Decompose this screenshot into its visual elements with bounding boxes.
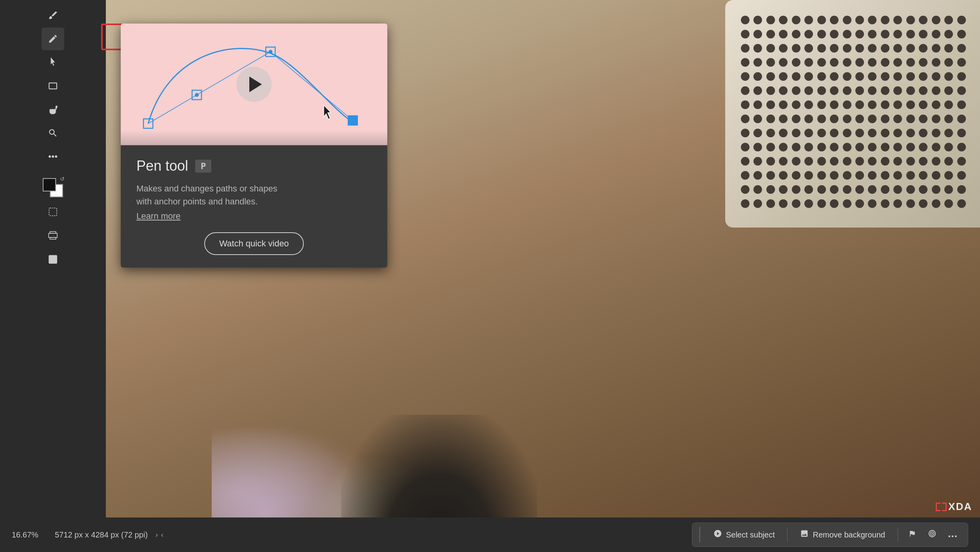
rectangle-tool[interactable] (42, 75, 64, 97)
layer-adjustment-tool[interactable] (42, 224, 64, 247)
ai-toolbar: Select subject Remove background (692, 523, 968, 547)
tooltip-title-row: Pen tool P (136, 158, 372, 174)
ai-btn-separator-2 (898, 528, 898, 542)
svg-point-1 (49, 155, 51, 158)
cursor-icon (322, 105, 334, 121)
svg-point-21 (952, 536, 954, 537)
canvas-dimensions: 5712 px x 4284 px (72 ppi) (55, 530, 148, 539)
svg-point-2 (52, 155, 54, 158)
select-subject-label: Select subject (726, 530, 775, 539)
remove-background-icon (800, 529, 809, 540)
speaker-device (686, 0, 980, 243)
zoom-tool[interactable] (42, 122, 64, 144)
ai-toolbar-divider (699, 527, 700, 543)
speaker-body (725, 0, 980, 228)
play-icon (249, 77, 262, 92)
remove-background-label: Remove background (813, 530, 885, 539)
foreground-color-swatch[interactable] (43, 178, 56, 191)
hand-tool[interactable] (42, 98, 64, 121)
navigation-arrows[interactable]: › ‹ (156, 531, 163, 539)
watch-video-button[interactable]: Watch quick video (204, 232, 304, 255)
pen-tool-tooltip: Pen tool P Makes and changes paths or sh… (121, 24, 387, 268)
select-subject-button[interactable]: Select subject (707, 526, 781, 543)
video-overlay (121, 130, 387, 146)
svg-rect-6 (50, 231, 56, 233)
learn-more-link[interactable]: Learn more (136, 211, 181, 221)
marquee-tool[interactable] (42, 200, 64, 223)
xda-text: XDA (948, 501, 972, 513)
toolbar: ↺ (0, 0, 106, 552)
tooltip-tool-name: Pen tool (136, 158, 188, 174)
svg-point-3 (55, 155, 57, 158)
more-tools[interactable] (42, 145, 64, 168)
bottom-status-bar: 16.67% 5712 px x 4284 px (72 ppi) › ‹ Se… (0, 517, 980, 552)
svg-rect-0 (49, 83, 57, 89)
target-button[interactable] (924, 526, 940, 543)
play-button[interactable] (236, 67, 272, 102)
xda-watermark: XDA (936, 501, 972, 513)
svg-point-19 (932, 533, 933, 534)
svg-rect-5 (49, 233, 57, 238)
svg-point-22 (955, 536, 957, 537)
svg-line-12 (148, 95, 197, 124)
tooltip-info-panel: Pen tool P Makes and changes paths or sh… (121, 145, 387, 268)
xda-inner-bracket (942, 503, 947, 511)
speaker-dots-grid (733, 8, 976, 220)
ai-btn-separator (787, 528, 788, 542)
paintbrush-tool[interactable] (42, 4, 64, 27)
color-swatches: ↺ (41, 172, 65, 197)
svg-point-15 (195, 93, 199, 97)
arrow-right-icon[interactable]: › (156, 531, 158, 539)
remove-background-button[interactable]: Remove background (794, 526, 891, 543)
zoom-level: 16.67% (12, 530, 47, 539)
xda-left-bracket (936, 503, 940, 511)
swap-colors-icon[interactable]: ↺ (60, 176, 65, 182)
flag-button[interactable] (904, 526, 920, 543)
arrow-left-icon[interactable]: ‹ (161, 531, 163, 539)
svg-rect-7 (50, 237, 56, 239)
camera-tool[interactable] (42, 248, 64, 270)
svg-point-20 (948, 536, 950, 537)
svg-rect-4 (49, 208, 57, 216)
tooltip-shortcut-key: P (195, 160, 211, 173)
tooltip-video-preview[interactable] (121, 24, 387, 145)
tooltip-description: Makes and changes paths or shapeswith an… (136, 182, 372, 208)
svg-line-14 (270, 52, 353, 120)
svg-point-16 (269, 50, 272, 54)
select-subject-icon (713, 529, 722, 540)
more-options-button[interactable] (944, 526, 961, 543)
selection-tool[interactable] (42, 51, 64, 74)
pen-tool[interactable] (42, 27, 64, 50)
